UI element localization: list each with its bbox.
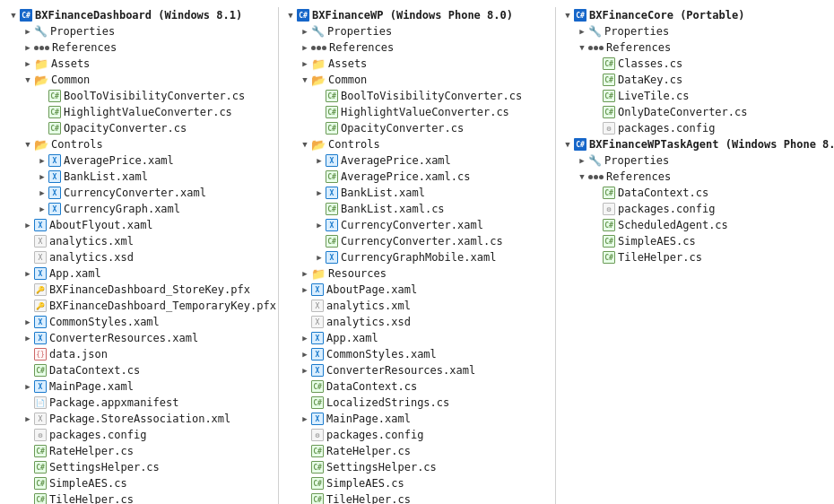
tree-node[interactable]: ⚙packages.config [561,120,827,136]
expand-icon[interactable]: ▼ [22,73,34,87]
tree-node[interactable]: C#RateHelper.cs [7,443,273,459]
tree-node[interactable]: Xanalytics.xsd [7,249,273,265]
expand-icon[interactable]: ▶ [22,266,34,281]
tree-node[interactable]: C#TileHelper.cs [7,491,273,504]
tree-node[interactable]: ▶XBankList.xaml [284,185,550,201]
tree-node[interactable]: ▶XAveragePrice.xaml [284,152,550,169]
tree-node[interactable]: C#HighlightValueConverter.cs [284,104,550,120]
tree-node[interactable]: C#SettingsHelper.cs [7,459,273,475]
tree-node[interactable]: ▼📂Controls [284,136,550,152]
tree-node[interactable]: C#LiveTile.cs [561,88,827,104]
expand-icon[interactable]: ▶ [299,347,311,361]
expand-icon[interactable]: ▶ [299,24,311,39]
expand-icon[interactable]: ▶ [576,24,588,39]
tree-node[interactable]: 📄Package.appxmanifest [7,395,273,411]
expand-icon[interactable]: ▶ [36,153,48,168]
tree-node[interactable]: ▶📁Assets [7,56,273,72]
tree-node[interactable]: ▶XCurrencyGraphMobile.xaml [284,249,550,265]
tree-node[interactable]: C#BoolToVisibilityConverter.cs [284,88,550,104]
expand-icon[interactable]: ▼ [299,137,311,152]
expand-icon[interactable]: ▶ [299,266,311,281]
expand-icon[interactable]: ▶ [22,412,34,426]
tree-node[interactable]: C#TileHelper.cs [561,249,827,265]
tree-node[interactable]: C#Classes.cs [561,56,827,72]
tree-node[interactable]: ▶XCurrencyGraph.xaml [7,201,273,217]
expand-icon[interactable]: ▼ [299,73,311,87]
tree-node[interactable]: C#CurrencyConverter.xaml.cs [284,233,550,249]
tree-node[interactable]: ⚙packages.config [7,427,273,443]
expand-icon[interactable]: ▶ [22,56,34,71]
expand-icon[interactable]: ▶ [299,331,311,345]
expand-icon[interactable]: ▶ [22,218,34,232]
expand-icon[interactable]: ▶ [36,186,48,200]
expand-icon[interactable]: ▶ [22,24,34,39]
tree-node[interactable]: ▼C#BXFinanceWP (Windows Phone 8.0) [284,7,550,23]
expand-icon[interactable]: ▶ [313,186,326,200]
expand-icon[interactable]: ▶ [299,40,311,55]
tree-node[interactable]: ▶XCommonStyles.xaml [7,314,273,330]
tree-node[interactable]: C#DataKey.cs [561,72,827,88]
tree-node[interactable]: C#RateHelper.cs [284,443,550,459]
tree-node[interactable]: ▶XMainPage.xaml [7,378,273,395]
tree-node[interactable]: Xanalytics.xml [7,233,273,249]
tree-node[interactable]: C#ScheduledAgent.cs [561,217,827,233]
expand-icon[interactable]: ▶ [22,315,34,329]
tree-node[interactable]: ▼C#BXFinanceCore (Portable) [561,7,827,23]
tree-node[interactable]: ▶🔧Properties [284,23,550,39]
tree-node[interactable]: ▶XCurrencyConverter.xaml [7,185,273,201]
tree-node[interactable]: C#SimpleAES.cs [561,233,827,249]
expand-icon[interactable]: ▶ [313,250,326,265]
expand-icon[interactable]: ▼ [284,8,297,22]
expand-icon[interactable]: ▶ [313,218,326,232]
tree-node[interactable]: C#OpacityConverter.cs [7,120,273,136]
tree-node[interactable]: ▶XPackage.StoreAssociation.xml [7,411,273,427]
tree-node[interactable]: C#TileHelper.cs [284,491,550,504]
tree-node[interactable]: ▶XCommonStyles.xaml [284,346,550,362]
tree-node[interactable]: ▶📁Assets [284,56,550,72]
tree-node[interactable]: ▶XCurrencyConverter.xaml [284,217,550,233]
expand-icon[interactable]: ▶ [36,169,48,184]
expand-icon[interactable]: ▶ [22,331,34,345]
tree-node[interactable]: ▼📂Controls [7,136,273,152]
expand-icon[interactable]: ▶ [22,40,34,55]
tree-node[interactable]: ▶XBankList.xaml [7,169,273,185]
tree-node[interactable]: ▶XAboutPage.xaml [284,282,550,298]
tree-node[interactable]: C#SimpleAES.cs [284,475,550,491]
tree-node[interactable]: ▶XApp.xaml [284,330,550,346]
tree-node[interactable]: C#BoolToVisibilityConverter.cs [7,88,273,104]
tree-node[interactable]: 🔑BXFinanceDashboard_StoreKey.pfx [7,282,273,298]
tree-node[interactable]: ▶🔧Properties [7,23,273,39]
tree-node[interactable]: Xanalytics.xsd [284,314,550,330]
expand-icon[interactable]: ▼ [576,40,588,55]
expand-icon[interactable]: ▶ [299,363,311,378]
tree-node[interactable]: ▶🔧Properties [561,152,827,169]
tree-node[interactable]: ▼References [561,169,827,185]
tree-node[interactable]: Xanalytics.xml [284,298,550,314]
tree-node[interactable]: ▶📁Resources [284,265,550,282]
expand-icon[interactable]: ▼ [561,8,574,22]
expand-icon[interactable]: ▼ [561,137,574,152]
tree-node[interactable]: ▶XAveragePrice.xaml [7,152,273,169]
tree-node[interactable]: ⚙packages.config [561,201,827,217]
expand-icon[interactable]: ▶ [22,379,34,394]
expand-icon[interactable]: ▶ [36,202,48,216]
expand-icon[interactable]: ▼ [576,169,588,184]
tree-node[interactable]: ▶🔧Properties [561,23,827,39]
tree-node[interactable]: C#DataContext.cs [284,378,550,395]
expand-icon[interactable]: ▶ [299,282,311,297]
tree-node[interactable]: ▼C#BXFinanceDashboard (Windows 8.1) [7,7,273,23]
tree-node[interactable]: C#DataContext.cs [561,185,827,201]
expand-icon[interactable]: ▶ [576,153,588,168]
tree-node[interactable]: C#OpacityConverter.cs [284,120,550,136]
tree-node[interactable]: C#SettingsHelper.cs [284,459,550,475]
tree-node[interactable]: ▶XConverterResources.xaml [7,330,273,346]
tree-node[interactable]: ▼References [561,39,827,56]
tree-node[interactable]: {}data.json [7,346,273,362]
tree-node[interactable]: ▶XConverterResources.xaml [284,362,550,378]
expand-icon[interactable]: ▶ [299,412,311,426]
tree-node[interactable]: ▶XApp.xaml [7,265,273,282]
tree-node[interactable]: ▶XMainPage.xaml [284,411,550,427]
expand-icon[interactable]: ▶ [299,56,311,71]
tree-node[interactable]: C#OnlyDateConverter.cs [561,104,827,120]
tree-node[interactable]: C#LocalizedStrings.cs [284,395,550,411]
